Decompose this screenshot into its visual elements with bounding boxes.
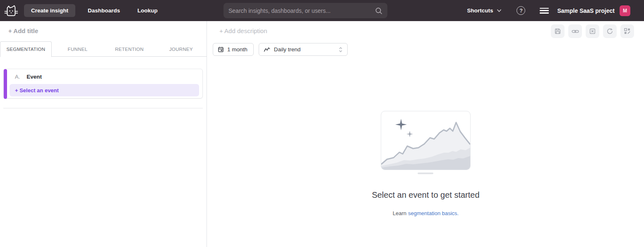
export-icon: [589, 28, 596, 35]
event-row: A. Event: [15, 74, 42, 80]
help-icon[interactable]: ?: [517, 6, 525, 15]
trend-type-value: Daily trend: [274, 46, 301, 53]
add-title-field[interactable]: + Add title: [8, 27, 38, 34]
learn-prefix: Learn: [393, 210, 406, 216]
edit-layout-button[interactable]: [620, 24, 634, 38]
nav-dashboards[interactable]: Dashboards: [88, 7, 120, 14]
select-arrows-icon: [338, 46, 343, 53]
tab-retention[interactable]: RETENTION: [103, 41, 155, 57]
calendar-icon: [218, 46, 224, 53]
avatar[interactable]: M: [620, 5, 630, 16]
nav-right-cluster: Shortcuts ? Sample SaaS project M: [467, 0, 644, 21]
refresh-button[interactable]: [603, 24, 617, 38]
report-controls: 1 month Daily trend: [213, 43, 348, 56]
tab-segmentation[interactable]: SEGMENTATION: [0, 41, 52, 57]
create-insight-button[interactable]: Create insight: [24, 4, 75, 17]
event-row-letter: A.: [15, 74, 20, 80]
segmentation-basics-link[interactable]: segmentation basics.: [408, 210, 459, 216]
project-switcher[interactable]: Sample SaaS project: [557, 7, 615, 14]
nav-lookup[interactable]: Lookup: [137, 7, 158, 14]
search-input[interactable]: [228, 7, 375, 14]
divider: [3, 108, 203, 108]
query-builder-panel: + Add title SEGMENTATION FUNNEL RETENTIO…: [0, 21, 207, 247]
global-search[interactable]: [223, 3, 387, 18]
empty-state-title: Select an event to get started: [207, 190, 644, 200]
empty-state-illustration: [381, 111, 471, 170]
illustration-stand: [418, 173, 433, 174]
trend-type-select[interactable]: Daily trend: [259, 43, 348, 56]
chevron-down-icon: [497, 9, 502, 12]
copy-link-button[interactable]: [568, 24, 582, 38]
trend-line-icon: [264, 47, 270, 53]
tab-funnel[interactable]: FUNNEL: [52, 41, 103, 57]
edit-layout-icon: [624, 28, 631, 35]
date-range-button[interactable]: 1 month: [213, 43, 254, 56]
save-button[interactable]: [551, 24, 565, 38]
app-window: Create insight Dashboards Lookup Shortcu…: [0, 0, 644, 247]
tab-journey[interactable]: JOURNEY: [155, 41, 207, 57]
refresh-icon: [606, 28, 613, 35]
select-event-button[interactable]: + Select an event: [10, 84, 199, 96]
cat-logo-icon[interactable]: [4, 3, 19, 18]
event-card: A. Event + Select an event: [3, 69, 203, 98]
date-range-value: 1 month: [227, 46, 248, 53]
empty-state-subtext: Learnsegmentation basics.: [207, 210, 644, 216]
shortcuts-label: Shortcuts: [467, 7, 493, 14]
search-icon: [375, 7, 382, 14]
link-icon: [572, 29, 579, 34]
top-nav: Create insight Dashboards Lookup Shortcu…: [0, 0, 644, 21]
hamburger-icon[interactable]: [540, 8, 549, 14]
export-button[interactable]: [586, 24, 599, 38]
add-description-field[interactable]: + Add description: [219, 27, 267, 34]
save-icon: [554, 28, 561, 35]
report-panel: + Add description 1 month Daily trend: [207, 21, 644, 247]
event-accent-bar: [4, 69, 7, 99]
event-row-title: Event: [26, 74, 42, 80]
report-toolbar: [551, 24, 634, 38]
shortcuts-menu[interactable]: Shortcuts: [467, 7, 502, 14]
report-type-tabs: SEGMENTATION FUNNEL RETENTION JOURNEY: [0, 41, 207, 57]
